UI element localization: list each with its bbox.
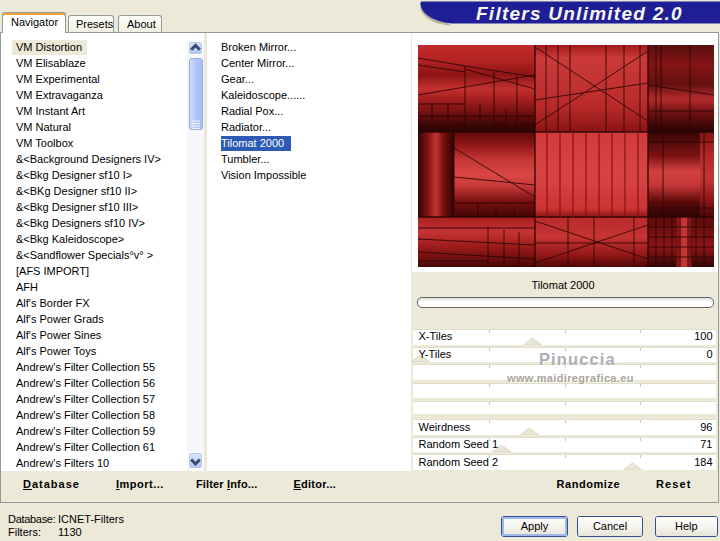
svg-text:Filters Unlimited 2.0: Filters Unlimited 2.0: [476, 3, 683, 24]
